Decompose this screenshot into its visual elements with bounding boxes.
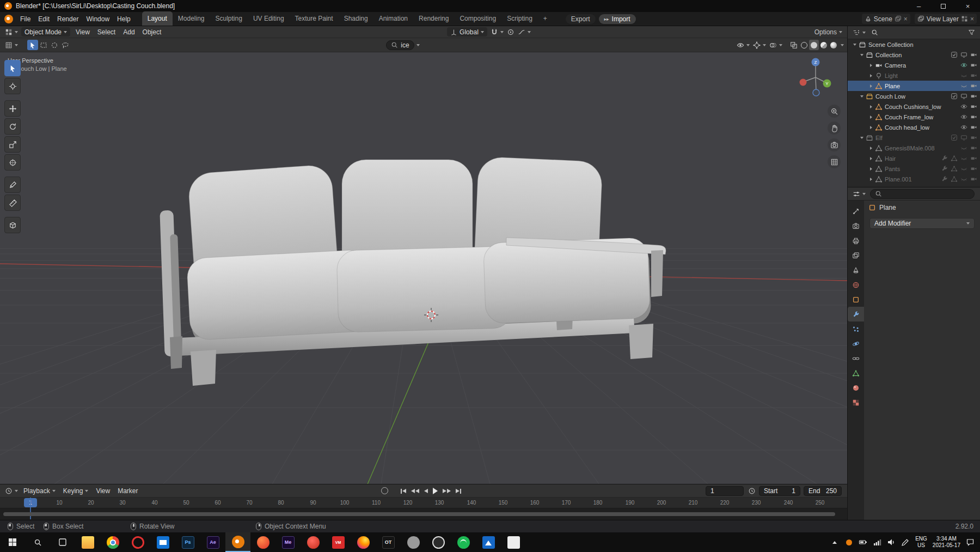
hide-eye-icon[interactable] (960, 124, 967, 131)
action-center-button[interactable] (966, 538, 975, 547)
hide-eye-icon[interactable] (960, 175, 967, 183)
gizmo-negative-z-axis[interactable] (813, 89, 819, 96)
outliner-row-plane[interactable]: Plane (848, 81, 980, 91)
minimize-button[interactable]: – (906, 0, 931, 12)
editor-type-button[interactable] (3, 27, 20, 37)
menu-edit[interactable]: Edit (34, 12, 53, 26)
disclosure-triangle[interactable] (867, 64, 874, 67)
sync-clock-icon[interactable] (748, 487, 756, 495)
play-button[interactable] (433, 488, 438, 494)
shading-rendered-button[interactable] (829, 40, 838, 50)
battery-icon[interactable] (859, 538, 867, 547)
properties-editor-type-button[interactable] (851, 189, 867, 199)
outliner-search-button[interactable] (869, 27, 880, 38)
taskbar-app-blender[interactable] (225, 532, 250, 552)
tab-render[interactable] (848, 219, 864, 233)
tool-transform[interactable] (4, 154, 21, 171)
outliner-filter-button[interactable] (966, 27, 977, 38)
disclosure-triangle[interactable] (851, 44, 858, 46)
tool-measure[interactable] (4, 195, 21, 211)
disclosure-triangle[interactable] (867, 116, 874, 119)
hide-eye-icon[interactable] (960, 82, 967, 89)
close-button[interactable]: × (955, 0, 980, 12)
overlays-dropdown[interactable] (768, 40, 784, 50)
start-button[interactable] (0, 532, 25, 552)
outliner-display-mode-button[interactable] (851, 27, 867, 38)
exclude-checkbox-icon[interactable] (951, 134, 958, 141)
current-frame-field[interactable]: 1 (706, 486, 744, 496)
tray-expand-button[interactable] (830, 538, 839, 547)
tab-scene[interactable] (848, 263, 864, 277)
taskbar-app-obs-studio[interactable] (426, 532, 451, 552)
shading-solid-button[interactable] (809, 40, 819, 50)
timeline-ruler[interactable]: 10 20 30 40 50 60 70 80 90 100 110 120 1… (0, 498, 847, 508)
snapping-toggle[interactable] (489, 27, 505, 37)
add-modifier-dropdown[interactable]: Add Modifier (869, 218, 975, 229)
disclosure-triangle[interactable] (867, 178, 874, 181)
shading-wireframe-button[interactable] (799, 40, 809, 50)
play-reverse-button[interactable] (424, 489, 428, 493)
tab-constraints[interactable] (848, 351, 864, 366)
pin-icon[interactable] (969, 204, 976, 211)
network-icon[interactable] (873, 538, 881, 547)
visibility-dropdown[interactable] (735, 40, 751, 50)
outliner-row-couch-cushions[interactable]: Couch Cushions_low (848, 101, 980, 112)
timeline-editor-type-button[interactable] (3, 486, 20, 496)
falloff-dropdown[interactable] (516, 27, 532, 37)
outliner-row-scene-collection[interactable]: Scene Collection (848, 39, 980, 50)
task-view-button[interactable] (50, 532, 75, 552)
language-indicator[interactable]: ENGUS (915, 536, 927, 549)
proportional-editing-toggle[interactable] (505, 27, 516, 37)
tab-texture-paint[interactable]: Texture Paint (290, 11, 339, 26)
disable-render-icon[interactable] (970, 103, 977, 110)
taskbar-app-photos[interactable] (476, 532, 501, 552)
outliner-row-plane-001[interactable]: Plane.001 (848, 174, 980, 184)
outliner-row-light[interactable]: Light (848, 70, 980, 81)
select-mode-subtract-button[interactable] (49, 40, 60, 50)
menu-select[interactable]: Select (94, 25, 119, 39)
taskbar-app-video-meeter[interactable]: VM (326, 532, 351, 552)
taskbar-app-chrome[interactable] (100, 532, 125, 552)
gizmo-x-axis[interactable] (800, 79, 807, 86)
tray-blender-icon[interactable] (844, 538, 853, 547)
exclude-checkbox-icon[interactable] (951, 51, 958, 58)
tool-annotate[interactable] (4, 177, 21, 193)
disable-viewports-icon[interactable] (960, 51, 967, 58)
3d-viewport[interactable]: User Perspective (1) Couch Low | Plane (0, 52, 847, 484)
import-button[interactable]: ▸▸Import (599, 14, 636, 24)
tab-shading[interactable]: Shading (339, 11, 373, 26)
new-view-layer-icon[interactable] (961, 15, 968, 22)
hide-eye-icon[interactable] (960, 62, 967, 69)
viewport-canvas[interactable] (0, 52, 847, 484)
tab-material[interactable] (848, 380, 864, 395)
disclosure-triangle[interactable] (858, 54, 865, 56)
blender-menu-icon[interactable] (4, 15, 13, 23)
tab-scripting[interactable]: Scripting (501, 11, 538, 26)
shading-material-button[interactable] (819, 40, 829, 50)
disable-viewports-icon[interactable] (960, 134, 967, 141)
select-mode-lasso-button[interactable] (60, 40, 71, 50)
disable-render-icon[interactable] (970, 62, 977, 69)
disable-render-icon[interactable] (970, 93, 977, 100)
shading-options-chevron-icon[interactable] (841, 44, 844, 46)
disable-render-icon[interactable] (970, 72, 977, 79)
menu-playback[interactable]: Playback (20, 484, 59, 498)
disclosure-triangle[interactable] (867, 74, 874, 77)
menu-add[interactable]: Add (119, 25, 138, 39)
tab-animation[interactable]: Animation (373, 11, 413, 26)
menu-keying[interactable]: Keying (59, 484, 93, 498)
outliner-row-couch-head[interactable]: Couch head_low (848, 122, 980, 132)
tab-particles[interactable] (848, 322, 864, 336)
taskbar-app-paint[interactable] (501, 532, 526, 552)
scene-selector[interactable]: Scene × (862, 14, 910, 24)
disclosure-triangle[interactable] (867, 84, 874, 88)
tab-compositing[interactable]: Compositing (454, 11, 501, 26)
zoom-button[interactable] (828, 105, 841, 118)
tab-object-data[interactable] (848, 366, 864, 380)
outliner-row-genesis8male[interactable]: Genesis8Male.008 (848, 143, 980, 153)
maximize-button[interactable] (931, 0, 955, 12)
search-filter-chevron-icon[interactable] (416, 44, 420, 46)
disable-viewports-icon[interactable] (960, 93, 967, 100)
outliner-row-collection[interactable]: Collection (848, 50, 980, 60)
tab-tool[interactable] (848, 204, 864, 219)
